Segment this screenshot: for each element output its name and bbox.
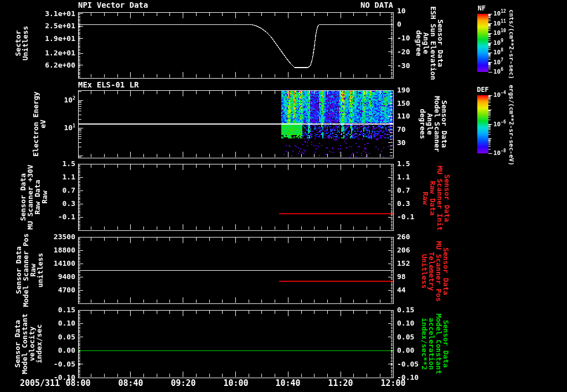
x-tick-label: 09:20 <box>166 379 201 388</box>
y-tick-label-right: 0.05 <box>397 333 436 342</box>
x-tick-label: 08:00 <box>60 379 96 388</box>
y-tick-label-left: 1.5 <box>22 159 75 168</box>
colorbar-def-title: DEF <box>470 86 496 94</box>
y-tick-label-left: 23500 <box>22 233 75 241</box>
y-tick-label-left: 9400 <box>22 272 75 281</box>
y-tick-label-left: 0.7 <box>22 186 75 195</box>
y-tick-label-right: 30 <box>397 138 436 147</box>
colorbar-tick-label: 1011 <box>493 20 520 28</box>
colorbar-nf-gradient <box>477 14 488 72</box>
y-tick-label-left: 2.5e+01 <box>22 22 75 30</box>
y-tick-label-left: 0.05 <box>22 333 75 342</box>
colorbar-tick-label: 107 <box>493 59 520 66</box>
colorbar-tick-label: 109 <box>493 39 520 47</box>
science-plot-page: NPI Vector Data NO DATA MEx ELS-01 LR Se… <box>0 0 567 392</box>
panel4-left-axis-label: Sensor Data Model Scanner Pos Raw unitle… <box>15 233 44 307</box>
y-tick-label-left: 6.2e+00 <box>22 61 75 70</box>
colorbar-tick-label: 10-6 <box>493 121 520 128</box>
y-tick-label-right: -10 <box>397 34 436 43</box>
y-tick-label-right: -0.05 <box>397 360 436 369</box>
y-tick-label-left: 0.10 <box>22 319 75 328</box>
y-tick-label-left: -0.05 <box>22 360 75 369</box>
colorbar-nf-title: NF <box>470 4 494 12</box>
panel2-title: MEx ELS-01 LR <box>78 80 139 89</box>
y-tick-label-left: 18800 <box>22 246 75 255</box>
y-tick-label-right: 260 <box>397 233 436 241</box>
y-tick-label-left: 0.3 <box>22 199 75 208</box>
colorbar-tick-label: 10-8 <box>493 149 520 157</box>
els-spectrogram-canvas <box>281 91 393 157</box>
y-tick-label-right: 10 <box>397 7 436 16</box>
y-tick-label-left: 101 <box>22 123 75 132</box>
x-tick-label: 11:20 <box>323 379 358 388</box>
y-tick-label-right: 150 <box>397 99 436 108</box>
y-tick-label-left: 4700 <box>22 286 75 295</box>
colorbar-def-gradient <box>477 95 488 153</box>
y-tick-label-right: 44 <box>397 286 436 295</box>
y-tick-label-right: 0.3 <box>397 199 436 208</box>
y-tick-label-left: 3.1e+01 <box>22 9 75 18</box>
y-tick-label-left: 0.15 <box>22 306 75 314</box>
colorbar-tick-label: 10-4 <box>493 91 520 99</box>
y-tick-label-right: 0.10 <box>397 319 436 328</box>
y-tick-label-right: 98 <box>397 272 436 281</box>
y-tick-label-right: 152 <box>397 259 436 268</box>
y-tick-label-left: 1.2e+01 <box>22 49 75 58</box>
y-tick-label-left: 1.1 <box>22 173 75 182</box>
x-tick-label: 10:00 <box>218 379 254 388</box>
y-tick-label-right: -20 <box>397 48 436 56</box>
y-tick-label-right: 190 <box>397 86 436 95</box>
y-tick-label-right: -30 <box>397 61 436 70</box>
y-tick-label-right: 0 <box>397 20 436 29</box>
y-tick-label-right: 0.7 <box>397 186 436 195</box>
y-tick-label-left: 14100 <box>22 259 75 268</box>
y-tick-label-right: -0.1 <box>397 213 436 221</box>
y-tick-label-right: 1.5 <box>397 159 436 168</box>
colorbar-tick-label: 1010 <box>493 29 520 37</box>
no-data-label: NO DATA <box>299 1 393 9</box>
y-tick-label-left: 102 <box>22 96 75 105</box>
panel1-title: NPI Vector Data <box>78 1 148 9</box>
y-tick-label-right: 0.15 <box>397 306 436 314</box>
colorbar-tick-label: 106 <box>493 68 520 76</box>
colorbar-tick-label: 108 <box>493 49 520 56</box>
y-tick-label-right: 110 <box>397 112 436 121</box>
y-tick-label-right: 1.1 <box>397 173 436 182</box>
x-tick-label: 12:00 <box>375 379 411 388</box>
y-tick-label-left: 1.9e+01 <box>22 34 75 43</box>
y-tick-label-right: 206 <box>397 246 436 255</box>
y-tick-label-right: 0.00 <box>397 346 436 355</box>
colorbar-tick-label: 1012 <box>493 10 520 18</box>
x-tick-label: 08:40 <box>113 379 148 388</box>
y-tick-label-left: -0.1 <box>22 213 75 221</box>
y-tick-label-right: 70 <box>397 125 436 134</box>
y-tick-label-left: 0.00 <box>22 346 75 355</box>
x-tick-label: 10:40 <box>270 379 306 388</box>
